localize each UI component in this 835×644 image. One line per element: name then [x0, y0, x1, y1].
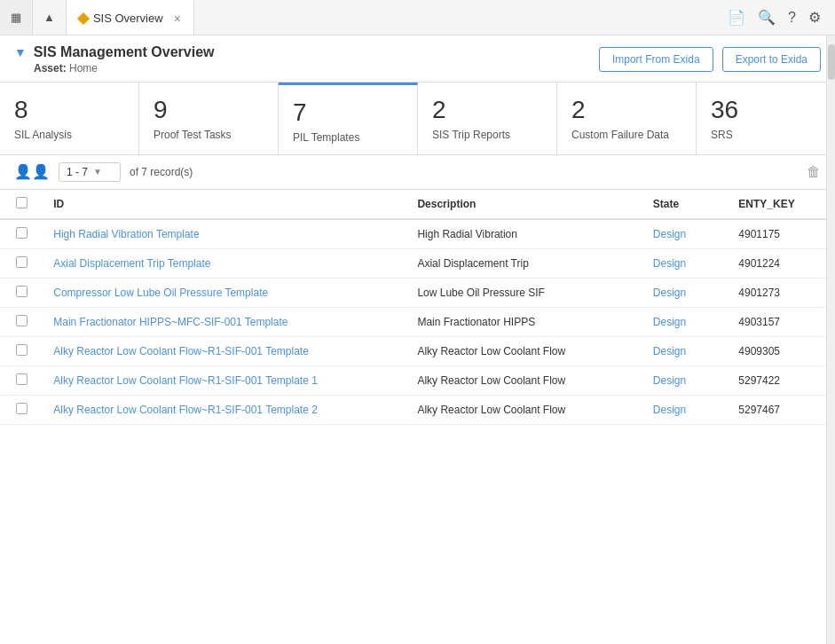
row-checkbox-cell — [0, 248, 43, 278]
tile-sil-label: SIL Analysis — [14, 129, 124, 141]
row-description: Axial Displacement Trip — [406, 248, 642, 278]
group-icon[interactable]: 👤👤 — [14, 163, 50, 180]
table-header-row: ID Description State ENTY_KEY — [0, 190, 835, 219]
table-row: Alky Reactor Low Coolant Flow~R1-SIF-001… — [0, 336, 835, 365]
row-state: Design — [642, 365, 729, 395]
tile-trip-reports[interactable]: 2 SIS Trip Reports — [418, 82, 557, 154]
row-enty-key: 5297422 — [728, 365, 835, 395]
delete-icon[interactable]: 🗑 — [807, 164, 821, 180]
help-button[interactable]: ? — [788, 10, 796, 26]
diamond-icon — [77, 12, 90, 24]
tab-bar: ▦ ▲ SIS Overview × — [0, 0, 194, 35]
row-enty-key: 4901224 — [728, 248, 835, 278]
tile-proof-label: Proof Test Tasks — [154, 129, 264, 141]
tab-grid[interactable]: ▦ — [0, 0, 33, 35]
search-button[interactable]: 🔍 — [758, 9, 776, 26]
row-id-link[interactable]: Main Fractionator HIPPS~MFC-SIF-001 Temp… — [53, 316, 288, 328]
hierarchy-icon: ▲ — [43, 11, 55, 24]
tile-templates-label: PIL Templates — [293, 131, 403, 144]
row-checkbox[interactable] — [16, 403, 28, 414]
row-description: Main Fractionator HIPPS — [406, 307, 642, 336]
select-all-checkbox[interactable] — [16, 197, 28, 208]
tile-custom-number: 2 — [571, 95, 681, 125]
tile-custom-failure[interactable]: 2 Custom Failure Data — [557, 82, 697, 154]
row-description: High Radial Vibration — [406, 219, 642, 249]
row-id-link[interactable]: Alky Reactor Low Coolant Flow~R1-SIF-001… — [53, 345, 309, 357]
tile-srs[interactable]: 36 SRS — [697, 82, 835, 154]
tile-sil-number: 8 — [14, 95, 124, 125]
tab-hierarchy[interactable]: ▲ — [33, 0, 67, 35]
asset-value: Home — [69, 62, 98, 75]
record-selector[interactable]: 1 - 7 ▼ — [59, 162, 121, 182]
grid-icon: ▦ — [11, 11, 21, 24]
tile-proof-number: 9 — [154, 95, 264, 125]
row-enty-key: 4903157 — [728, 307, 835, 336]
header-buttons: Import From Exida Export to Exida — [599, 47, 821, 72]
row-state: Design — [642, 307, 729, 336]
tile-templates-number: 7 — [293, 98, 403, 128]
tab-sis-overview[interactable]: SIS Overview × — [67, 0, 194, 35]
tab-close-button[interactable]: × — [174, 12, 181, 26]
filter-icon: ▼ — [14, 45, 27, 59]
table-row: Compressor Low Lube Oil Pressure Templat… — [0, 278, 835, 307]
row-checkbox-cell — [0, 219, 43, 249]
row-enty-key: 5297467 — [728, 395, 835, 424]
tile-srs-label: SRS — [711, 129, 821, 141]
row-enty-key: 4901175 — [728, 219, 835, 249]
row-checkbox[interactable] — [16, 286, 28, 297]
page-content: ▼ SIS Management Overview Asset: Home Im… — [0, 35, 835, 644]
scrollbar[interactable] — [826, 35, 835, 644]
record-count: of 7 record(s) — [130, 166, 193, 178]
tile-templates[interactable]: 7 PIL Templates — [279, 82, 418, 154]
import-button[interactable]: Import From Exida — [599, 47, 713, 72]
row-description: Alky Reactor Low Coolant Flow — [406, 336, 642, 365]
title-row: ▼ SIS Management Overview — [14, 44, 215, 60]
header-checkbox-col — [0, 190, 43, 219]
row-state: Design — [642, 219, 729, 249]
row-checkbox-cell — [0, 307, 43, 336]
header-id: ID — [43, 190, 406, 219]
header-state: State — [642, 190, 729, 219]
row-id-link[interactable]: Alky Reactor Low Coolant Flow~R1-SIF-001… — [53, 404, 318, 416]
row-id: Axial Displacement Trip Template — [43, 248, 406, 278]
data-table: ID Description State ENTY_KEY High Radia… — [0, 190, 835, 425]
row-checkbox[interactable] — [16, 315, 28, 326]
row-checkbox[interactable] — [16, 227, 28, 239]
row-id: Main Fractionator HIPPS~MFC-SIF-001 Temp… — [43, 307, 406, 336]
row-state: Design — [642, 336, 729, 365]
toolbar: 👤👤 1 - 7 ▼ of 7 record(s) 🗑 — [0, 155, 835, 190]
page-header: ▼ SIS Management Overview Asset: Home Im… — [0, 35, 835, 82]
row-id-link[interactable]: Alky Reactor Low Coolant Flow~R1-SIF-001… — [53, 374, 318, 387]
tile-trip-label: SIS Trip Reports — [432, 129, 542, 141]
page-title: SIS Management Overview — [34, 44, 215, 60]
row-enty-key: 4909305 — [728, 336, 835, 365]
row-description: Alky Reactor Low Coolant Flow — [406, 365, 642, 395]
table-row: Axial Displacement Trip Template Axial D… — [0, 248, 835, 278]
export-button[interactable]: Export to Exida — [722, 47, 821, 72]
top-bar-actions: 📄 🔍 ? ⚙ — [728, 9, 835, 26]
tile-proof-test[interactable]: 9 Proof Test Tasks — [139, 82, 279, 154]
row-id-link[interactable]: Axial Displacement Trip Template — [53, 257, 210, 270]
scrollbar-thumb[interactable] — [828, 44, 835, 80]
row-checkbox-cell — [0, 278, 43, 307]
row-id-link[interactable]: Compressor Low Lube Oil Pressure Templat… — [53, 287, 268, 299]
asset-label: Asset: — [34, 62, 67, 75]
row-checkbox[interactable] — [16, 373, 28, 385]
row-checkbox[interactable] — [16, 256, 28, 268]
row-id: High Radial Vibration Template — [43, 219, 406, 249]
row-checkbox-cell — [0, 336, 43, 365]
row-checkbox[interactable] — [16, 344, 28, 356]
header-enty-key: ENTY_KEY — [728, 190, 835, 219]
settings-button[interactable]: ⚙ — [808, 9, 821, 26]
table-wrapper: ID Description State ENTY_KEY High Radia… — [0, 190, 835, 644]
row-checkbox-cell — [0, 395, 43, 424]
doc-button[interactable]: 📄 — [728, 9, 745, 26]
tile-sil-analysis[interactable]: 8 SIL Analysis — [0, 82, 139, 154]
table-row: Main Fractionator HIPPS~MFC-SIF-001 Temp… — [0, 307, 835, 336]
row-id: Alky Reactor Low Coolant Flow~R1-SIF-001… — [43, 395, 406, 424]
row-description: Low Lube Oil Pressure SIF — [406, 278, 642, 307]
row-state: Design — [642, 278, 729, 307]
row-id-link[interactable]: High Radial Vibration Template — [53, 228, 199, 240]
tab-active-label: SIS Overview — [93, 12, 163, 25]
stat-tiles: 8 SIL Analysis 9 Proof Test Tasks 7 PIL … — [0, 82, 835, 155]
